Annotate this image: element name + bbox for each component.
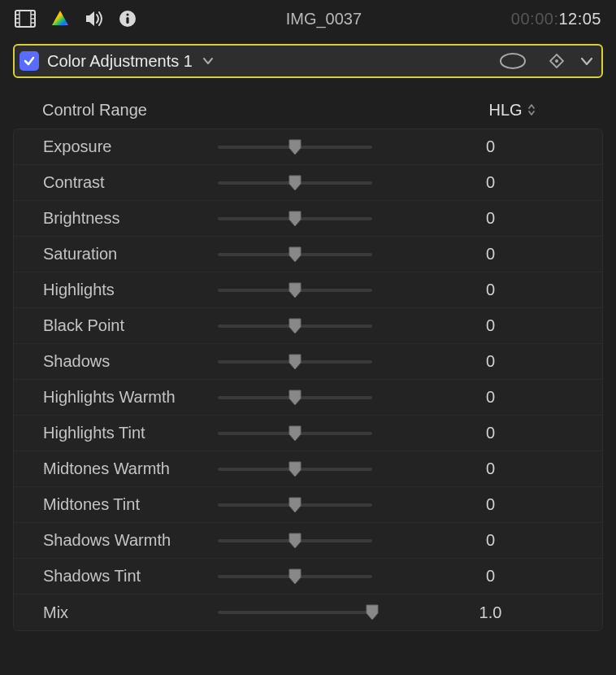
param-value[interactable]: 0 bbox=[372, 137, 592, 156]
param-slider[interactable] bbox=[218, 603, 372, 622]
effect-menu-chevron-icon[interactable] bbox=[202, 57, 214, 65]
param-label: Highlights bbox=[43, 281, 218, 299]
param-value[interactable]: 1.0 bbox=[372, 603, 592, 622]
param-label: Shadows Warmth bbox=[43, 531, 218, 550]
param-slider[interactable] bbox=[218, 531, 372, 551]
param-row: Highlights0 bbox=[14, 272, 602, 308]
video-inspector-icon[interactable] bbox=[15, 10, 36, 28]
param-value[interactable]: 0 bbox=[372, 209, 592, 228]
param-row: Brightness0 bbox=[14, 201, 602, 237]
param-row: Shadows0 bbox=[14, 344, 602, 380]
mask-button[interactable] bbox=[499, 52, 527, 70]
stepper-icon bbox=[527, 103, 536, 116]
param-slider[interactable] bbox=[218, 424, 372, 443]
param-slider[interactable] bbox=[218, 316, 372, 336]
param-slider[interactable] bbox=[218, 281, 372, 300]
param-row: Exposure0 bbox=[14, 129, 602, 165]
slider-thumb-icon[interactable] bbox=[288, 210, 302, 228]
slider-thumb-icon[interactable] bbox=[288, 389, 302, 407]
param-value[interactable]: 0 bbox=[372, 316, 592, 335]
slider-thumb-icon[interactable] bbox=[288, 460, 302, 478]
param-row: Highlights Tint0 bbox=[14, 416, 602, 451]
param-label: Brightness bbox=[43, 209, 218, 228]
control-range-label: Control Range bbox=[42, 101, 431, 120]
param-label: Midtones Warmth bbox=[43, 459, 218, 478]
param-value[interactable]: 0 bbox=[372, 531, 592, 550]
param-row: Contrast0 bbox=[14, 165, 602, 201]
slider-thumb-icon[interactable] bbox=[288, 246, 302, 263]
param-label: Contrast bbox=[43, 173, 218, 192]
param-slider[interactable] bbox=[218, 567, 372, 586]
slider-thumb-icon[interactable] bbox=[288, 174, 302, 192]
param-value[interactable]: 0 bbox=[372, 424, 592, 442]
svg-point-10 bbox=[126, 13, 128, 15]
param-slider[interactable] bbox=[218, 173, 372, 193]
audio-inspector-icon[interactable] bbox=[85, 10, 104, 28]
param-label: Highlights Tint bbox=[43, 424, 218, 442]
slider-thumb-icon[interactable] bbox=[288, 138, 302, 156]
param-label: Shadows Tint bbox=[43, 567, 218, 586]
param-value[interactable]: 0 bbox=[372, 352, 592, 371]
effect-enable-checkbox[interactable] bbox=[20, 51, 39, 71]
param-value[interactable]: 0 bbox=[372, 495, 592, 514]
param-row: Mix1.0 bbox=[14, 594, 602, 630]
param-label: Midtones Tint bbox=[43, 495, 218, 514]
inspector-toolbar: IMG_0037 00:00:12:05 bbox=[0, 0, 616, 37]
param-slider[interactable] bbox=[218, 209, 372, 229]
param-value[interactable]: 0 bbox=[372, 245, 592, 263]
timecode-em: 12:05 bbox=[558, 10, 601, 28]
control-range-value: HLG bbox=[488, 101, 522, 120]
info-inspector-icon[interactable] bbox=[119, 10, 137, 28]
param-value[interactable]: 0 bbox=[372, 388, 592, 407]
clip-name: IMG_0037 bbox=[151, 10, 497, 28]
params-area: Control Range HLG Exposure0Contrast0Brig… bbox=[0, 81, 616, 631]
effect-name: Color Adjustments 1 bbox=[47, 52, 193, 71]
effect-header-bar[interactable]: Color Adjustments 1 bbox=[13, 44, 603, 78]
slider-thumb-icon[interactable] bbox=[288, 425, 302, 442]
toolbar-left bbox=[15, 9, 137, 28]
param-label: Shadows bbox=[43, 352, 218, 371]
param-label: Saturation bbox=[43, 245, 218, 263]
param-row: Shadows Warmth0 bbox=[14, 523, 602, 559]
param-slider[interactable] bbox=[218, 352, 372, 372]
param-slider[interactable] bbox=[218, 245, 372, 264]
param-row: Midtones Tint0 bbox=[14, 487, 602, 523]
slider-thumb-icon[interactable] bbox=[288, 496, 302, 514]
param-row: Saturation0 bbox=[14, 237, 602, 272]
params-list: Exposure0Contrast0Brightness0Saturation0… bbox=[13, 128, 603, 631]
slider-thumb-icon[interactable] bbox=[288, 532, 302, 550]
slider-thumb-icon[interactable] bbox=[288, 353, 302, 371]
slider-thumb-icon[interactable] bbox=[288, 568, 302, 586]
param-value[interactable]: 0 bbox=[372, 173, 592, 192]
keyframe-button[interactable] bbox=[549, 54, 564, 68]
slider-thumb-icon[interactable] bbox=[365, 603, 380, 621]
control-range-row: Control Range HLG bbox=[13, 93, 603, 127]
param-label: Black Point bbox=[43, 316, 218, 335]
param-row: Shadows Tint0 bbox=[14, 559, 602, 594]
svg-point-12 bbox=[501, 54, 525, 68]
param-slider[interactable] bbox=[218, 459, 372, 479]
param-row: Midtones Warmth0 bbox=[14, 451, 602, 487]
param-label: Exposure bbox=[43, 137, 218, 156]
timecode-dim: 00:00: bbox=[511, 10, 559, 28]
param-value[interactable]: 0 bbox=[372, 281, 592, 299]
param-value[interactable]: 0 bbox=[372, 567, 592, 586]
svg-rect-11 bbox=[126, 17, 128, 24]
color-inspector-icon[interactable] bbox=[50, 9, 70, 28]
param-slider[interactable] bbox=[218, 388, 372, 407]
param-slider[interactable] bbox=[218, 495, 372, 515]
timecode: 00:00:12:05 bbox=[511, 10, 601, 28]
param-slider[interactable] bbox=[218, 137, 372, 157]
param-row: Highlights Warmth0 bbox=[14, 380, 602, 416]
param-label: Mix bbox=[43, 603, 218, 622]
control-range-select[interactable]: HLG bbox=[431, 101, 593, 120]
effect-actions-chevron-icon[interactable] bbox=[580, 56, 593, 66]
param-row: Black Point0 bbox=[14, 308, 602, 344]
svg-point-13 bbox=[555, 59, 558, 63]
param-value[interactable]: 0 bbox=[372, 459, 592, 478]
param-label: Highlights Warmth bbox=[43, 388, 218, 407]
slider-thumb-icon[interactable] bbox=[288, 281, 302, 299]
slider-thumb-icon[interactable] bbox=[288, 317, 302, 335]
